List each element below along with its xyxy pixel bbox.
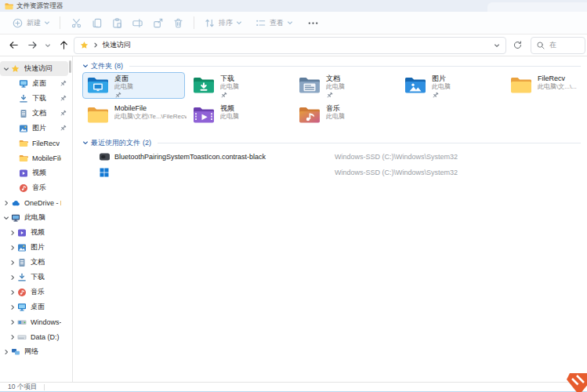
sidebar-item-pc-downloads[interactable]: 下载 (0, 270, 72, 285)
tile-text: 音乐此电脑 (326, 104, 345, 126)
chevron-down-icon[interactable] (3, 66, 11, 72)
address-dropdown-icon[interactable] (494, 42, 500, 49)
chevron-right-icon[interactable] (9, 319, 17, 325)
forward-button[interactable] (24, 37, 41, 54)
recent-file-path: Windows-SSD (C:)\Windows\System32 (335, 169, 458, 176)
pin-icon (60, 125, 67, 132)
pin-icon (60, 95, 67, 102)
folders-grid: 桌面此电脑下载此电脑文档此电脑图片此电脑FileRecv此电脑\文...\...… (82, 72, 587, 129)
folder-tile-videos[interactable]: 视频此电脑 (188, 102, 291, 129)
folders-section-header: 文件夹 (8) (82, 61, 587, 71)
folder-tile-documents[interactable]: 文档此电脑 (294, 72, 397, 99)
folder-tile-filerecv[interactable]: FileRecv此电脑\文...\... (505, 72, 587, 99)
recent-file-row[interactable]: BluetoothPairingSystemToastIcon.contrast… (82, 149, 587, 165)
documents-icon (17, 258, 27, 267)
more-button[interactable] (303, 15, 323, 31)
sidebar-item-onedrive[interactable]: OneDrive - Person... (0, 195, 72, 210)
sidebar-item-pc-documents[interactable]: 文档 (0, 255, 72, 270)
sidebar-item-videos[interactable]: 视频 (0, 165, 72, 180)
chevron-right-icon[interactable] (9, 334, 17, 340)
chevron-down-icon (287, 20, 293, 26)
chevron-right-icon[interactable] (3, 349, 11, 355)
sidebar-item-pc-pictures[interactable]: 图片 (0, 240, 72, 255)
sidebar-item-data-d[interactable]: Data (D:) (0, 329, 72, 344)
recent-file-row[interactable]: Windows-SSD (C:)\Windows\System32 (82, 165, 587, 180)
toolbar: 新建 排序 查看 (0, 12, 587, 34)
folder-tile-desktop[interactable]: 桌面此电脑 (82, 72, 185, 99)
view-button[interactable]: 查看 (251, 15, 297, 31)
back-button[interactable] (5, 37, 22, 54)
folder-tile-mobilefile[interactable]: MobileFile此电脑\文档\Te...\FileRecv (82, 102, 185, 129)
collapse-chevron-icon[interactable] (82, 63, 89, 69)
chevron-right-icon[interactable] (9, 230, 17, 236)
address-bar[interactable]: 快速访问 (74, 37, 506, 54)
chevron-right-icon[interactable] (9, 304, 17, 310)
chevron-right-icon[interactable] (9, 245, 17, 251)
folder-tile-downloads[interactable]: 下载此电脑 (188, 72, 291, 99)
sidebar-item-pictures[interactable]: 图片 (0, 121, 72, 136)
chevron-down-icon[interactable] (3, 215, 11, 221)
cut-button[interactable] (66, 17, 86, 29)
folder-icon (5, 2, 13, 10)
up-button[interactable] (55, 37, 72, 54)
tile-name: 文档 (326, 74, 345, 83)
sidebar-item-pc-music[interactable]: 音乐 (0, 285, 72, 299)
new-button[interactable]: 新建 (8, 15, 54, 31)
recent-section-count: (2) (143, 139, 151, 147)
folder-tile-pictures[interactable]: 图片此电脑 (400, 72, 502, 99)
copy-button[interactable] (86, 17, 107, 29)
content-pane: 文件夹 (8) 桌面此电脑下载此电脑文档此电脑图片此电脑FileRecv此电脑\… (73, 56, 587, 382)
folder-desktop-icon (87, 76, 109, 96)
chevron-right-icon[interactable] (9, 289, 17, 296)
sidebar-item-this-pc[interactable]: 此电脑 (0, 210, 72, 225)
music-icon (17, 288, 27, 297)
paste-button[interactable] (107, 17, 127, 29)
sidebar-item-mobilefile[interactable]: MobileFile (0, 151, 72, 165)
toolbar-divider (60, 16, 60, 29)
sidebar-item-label: 网络 (24, 347, 38, 357)
search-box[interactable]: 在 (531, 37, 585, 54)
tile-text: MobileFile此电脑\文档\Te...\FileRecv (114, 104, 187, 126)
sidebar-item-quick-access[interactable]: 快速访问 (0, 61, 68, 76)
rename-button[interactable] (127, 17, 147, 29)
sidebar-item-downloads[interactable]: 下载 (0, 91, 72, 106)
sidebar-item-pc-videos[interactable]: 视频 (0, 225, 72, 240)
breadcrumb[interactable]: 快速访问 (103, 40, 131, 50)
refresh-button[interactable] (508, 37, 527, 54)
tile-text: 图片此电脑 (432, 74, 451, 96)
recent-locations-button[interactable] (42, 37, 53, 54)
sort-button[interactable]: 排序 (200, 15, 246, 31)
sidebar-item-pc-desktop[interactable]: 桌面 (0, 299, 72, 314)
breadcrumb-chevron-icon[interactable] (92, 42, 99, 49)
sidebar-scrollbar[interactable] (69, 60, 71, 73)
quick-access-star-icon (80, 41, 89, 49)
sidebar-item-label: 文档 (31, 257, 45, 267)
videos-icon (17, 228, 27, 238)
folder-videos-icon (193, 106, 215, 126)
delete-button[interactable] (168, 17, 188, 29)
titlebar: 文件资源管理器 (0, 0, 587, 12)
contrast-thumb-icon (100, 152, 110, 162)
recent-section-header: 最近使用的文件 (2) (82, 138, 587, 147)
folder-tile-music[interactable]: 音乐此电脑 (294, 102, 397, 129)
sidebar-item-windows-ssd[interactable]: Windows-SSD (C: (0, 314, 72, 329)
sidebar-item-desktop[interactable]: 桌面 (0, 76, 72, 91)
chevron-right-icon[interactable] (9, 260, 17, 266)
chevron-down-icon (236, 20, 242, 26)
sidebar-item-music[interactable]: 音乐 (0, 180, 72, 195)
chevron-right-icon[interactable] (3, 200, 11, 206)
folder-documents-icon (299, 76, 321, 96)
sidebar-item-documents[interactable]: 文档 (0, 106, 72, 121)
tile-name: 桌面 (114, 74, 133, 83)
chevron-right-icon[interactable] (9, 274, 17, 281)
collapse-chevron-icon[interactable] (82, 140, 89, 146)
pin-icon (60, 80, 67, 87)
tile-text: 下载此电脑 (220, 74, 239, 96)
share-button[interactable] (147, 17, 168, 29)
tile-text: FileRecv此电脑\文...\... (538, 74, 577, 96)
desktop-icon (19, 79, 28, 89)
folder-pictures-icon (404, 76, 426, 96)
sidebar-item-filerecv[interactable]: FileRecv (0, 136, 72, 151)
sidebar-item-network[interactable]: 网络 (0, 344, 72, 359)
watermark-logo (566, 372, 587, 392)
